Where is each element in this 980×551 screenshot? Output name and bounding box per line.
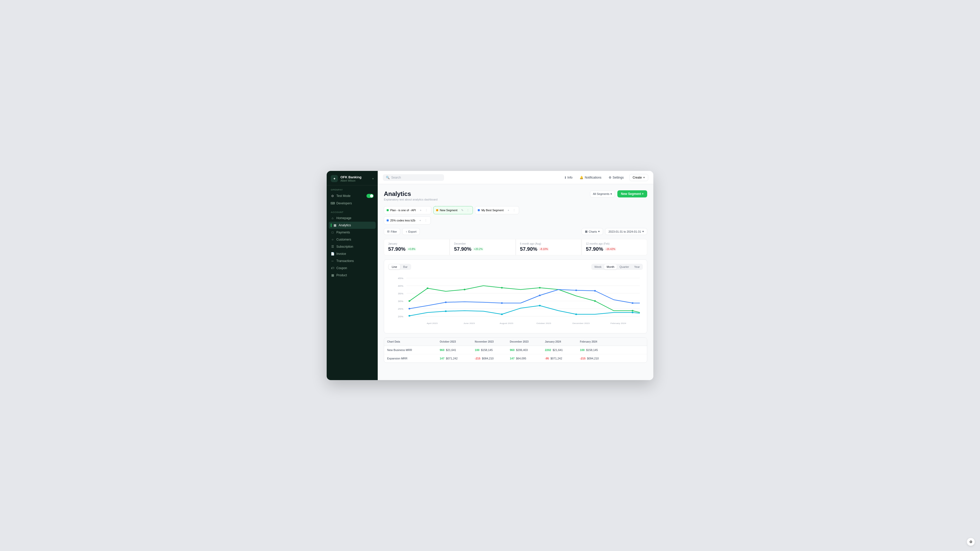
segment-more-button[interactable]: ⋮ <box>512 208 516 213</box>
page-header-actions: All Segments ▾ New Segment + <box>590 190 647 197</box>
bell-icon: 🔔 <box>579 176 584 179</box>
sidebar-item-label: Transactions <box>336 259 354 263</box>
stat-period: 12 months ago (Feb) <box>586 242 643 245</box>
segment-more-button[interactable]: ⋮ <box>424 208 428 213</box>
create-button[interactable]: Create + <box>629 174 648 181</box>
active-indicator <box>331 224 331 227</box>
page-subtitle: Explanatory text about analytics dashboa… <box>384 198 438 201</box>
svg-text:February 2024: February 2024 <box>611 322 626 324</box>
svg-text:45%: 45% <box>398 277 404 279</box>
segment-dot-green <box>387 209 389 211</box>
chart-type-bar[interactable]: Bar <box>400 264 410 269</box>
filter-right-group: ▦ Charts ▾ 2023-01-31 to 2024-01-31 ▾ <box>582 228 647 235</box>
sidebar-item-label: Developers <box>336 202 352 205</box>
chart-area: 45% 40% 35% 30% 25% 20% April 2023 June … <box>388 273 643 329</box>
sidebar-item-payments[interactable]: □ Payments <box>329 229 375 236</box>
app-name: OFK Banking <box>340 175 361 179</box>
stat-card-12month: 12 months ago (Feb) 57.90% -16.42% <box>582 239 647 256</box>
segment-more-button[interactable]: ⋮ <box>466 208 470 213</box>
sidebar-item-label: Homepage <box>336 216 352 220</box>
period-year[interactable]: Year <box>632 264 642 269</box>
sidebar-section-openpay: OPENPAY ⊙ Test Mode ⌨ Developers <box>327 186 378 208</box>
charts-icon: ▦ <box>585 230 587 233</box>
coupon-icon: 🏷 <box>331 266 334 270</box>
segment-add-button[interactable]: + <box>418 208 423 213</box>
svg-text:25%: 25% <box>398 308 404 310</box>
stat-value: 57.90% +20.2% <box>454 246 511 252</box>
sidebar-item-developers[interactable]: ⌨ Developers <box>329 200 375 207</box>
sidebar-item-label: Payments <box>336 230 350 234</box>
svg-text:40%: 40% <box>398 285 404 287</box>
developers-icon: ⌨ <box>331 202 334 205</box>
sidebar-item-coupon[interactable]: 🏷 Coupon <box>329 265 375 272</box>
row-oct: 147 $071,242 <box>437 354 472 362</box>
period-month[interactable]: Month <box>604 264 617 269</box>
sidebar-item-homepage[interactable]: ⌂ Homepage <box>329 214 375 222</box>
chevron-down-icon: ▾ <box>611 192 612 196</box>
segment-actions: + ⋮ <box>418 208 428 213</box>
col-oct-2023: October 2023 <box>437 338 472 346</box>
stat-period: 6 month ago (Aug) <box>520 242 577 245</box>
sidebar-item-analytics[interactable]: ▦ Analytics <box>329 222 375 229</box>
filter-icon: ⊟ <box>387 230 390 233</box>
table-row: New Business MRR 960 $21,641 100 $158,14… <box>384 346 647 354</box>
segment-add-button[interactable]: + <box>506 208 511 213</box>
all-segments-button[interactable]: All Segments ▾ <box>590 191 615 197</box>
new-segment-button[interactable]: New Segment + <box>617 190 647 197</box>
segments-row-2: 25% codes less b2b + ⋮ <box>384 216 647 224</box>
info-icon: ℹ <box>565 176 566 179</box>
segment-edit-button[interactable]: ✎ <box>460 208 465 213</box>
chart-type-line[interactable]: Line <box>389 264 400 269</box>
export-button[interactable]: ↑ Export <box>402 228 420 235</box>
sidebar-item-subscription[interactable]: ☰ Subscription <box>329 243 375 250</box>
svg-point-25 <box>409 308 410 310</box>
segment-tag-plan-api[interactable]: Plan - is one of - API + ⋮ <box>384 206 431 214</box>
sidebar-section-account: ACCOUNT ⌂ Homepage ▦ Analytics □ Payment… <box>327 208 378 280</box>
svg-text:35%: 35% <box>398 292 404 295</box>
segment-tag-new-segment[interactable]: New Segment ✎ ⋮ <box>433 206 473 214</box>
stat-change: +0.8% <box>407 248 417 251</box>
sidebar-item-transactions[interactable]: ↔ Transactions <box>329 257 375 265</box>
svg-text:April 2023: April 2023 <box>427 322 438 324</box>
create-label: Create <box>633 176 642 179</box>
segment-more-button[interactable]: ⋮ <box>423 218 428 223</box>
sidebar-item-product[interactable]: ▦ Product <box>329 272 375 279</box>
page-title: Analytics <box>384 190 438 197</box>
gear-icon: ⚙ <box>609 176 611 179</box>
test-mode-icon: ⊙ <box>331 194 334 198</box>
sidebar-item-label: Analytics <box>339 224 351 227</box>
search-icon: 🔍 <box>386 176 390 179</box>
sidebar-header-left: ✦ OFK Banking Albert Wilson <box>331 175 361 182</box>
chevron-down-icon[interactable]: ▾ <box>372 177 374 180</box>
date-range-button[interactable]: 2023-01-31 to 2024-01-31 ▾ <box>605 228 647 235</box>
segment-label: My Best Segment <box>481 209 504 212</box>
floating-settings-button[interactable]: ⚙ <box>967 538 975 546</box>
sidebar-item-invoice[interactable]: 📄 Invoice <box>329 250 375 257</box>
col-jan-2024: January 2024 <box>542 338 577 346</box>
sidebar-item-label: Subscription <box>336 245 353 248</box>
period-week[interactable]: Week <box>592 264 604 269</box>
segment-tag-codes-b2b[interactable]: 25% codes less b2b + ⋮ <box>384 216 431 224</box>
test-mode-toggle[interactable] <box>366 194 374 198</box>
row-nov: 100 $158,145 <box>472 346 507 354</box>
data-table: Chart Data October 2023 November 2023 De… <box>384 338 647 363</box>
filter-button[interactable]: ⊟ Filter <box>384 228 400 235</box>
sidebar-section-label-openpay: OPENPAY <box>329 189 375 191</box>
row-label: Expansion MRR <box>384 354 437 362</box>
notifications-button[interactable]: 🔔 Notifications <box>578 175 603 180</box>
stat-change: -16.42% <box>605 248 616 251</box>
sidebar-item-customers[interactable]: ○ Customers <box>329 236 375 243</box>
export-icon: ↑ <box>406 230 407 233</box>
period-quarter[interactable]: Quarter <box>617 264 632 269</box>
charts-button[interactable]: ▦ Charts ▾ <box>582 228 603 235</box>
info-button[interactable]: ℹ Info <box>563 175 574 180</box>
test-mode-item: ⊙ Test Mode <box>329 192 375 200</box>
col-chart-data: Chart Data <box>384 338 437 346</box>
settings-button[interactable]: ⚙ Settings <box>607 175 625 180</box>
segment-tag-my-best[interactable]: My Best Segment + ⋮ <box>475 206 519 214</box>
stat-value: 57.90% +0.8% <box>388 246 445 252</box>
segment-add-button[interactable]: + <box>418 218 422 223</box>
search-bar[interactable]: 🔍 Search <box>383 174 444 181</box>
table-row: Expansion MRR 147 $071,242 -215 $084,210… <box>384 354 647 362</box>
page-header: Analytics Explanatory text about analyti… <box>384 190 647 201</box>
